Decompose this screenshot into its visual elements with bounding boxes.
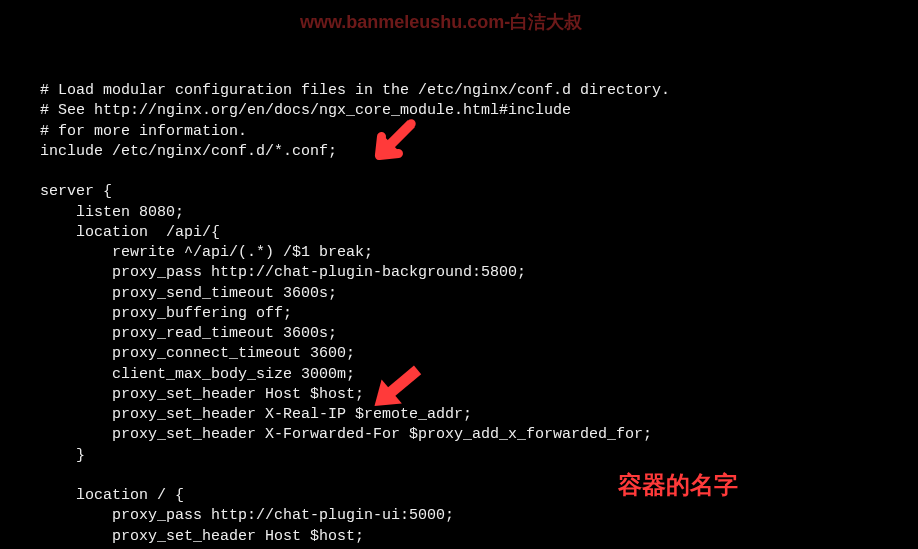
nginx-config-code: # Load modular configuration files in th… <box>40 81 918 549</box>
arrow-icon <box>350 105 430 185</box>
annotation-container-name: 容器的名字 <box>618 469 738 501</box>
arrow-icon <box>345 348 435 438</box>
watermark-text: www.banmeleushu.com-白洁大叔 <box>300 10 582 34</box>
svg-rect-1 <box>379 366 421 404</box>
